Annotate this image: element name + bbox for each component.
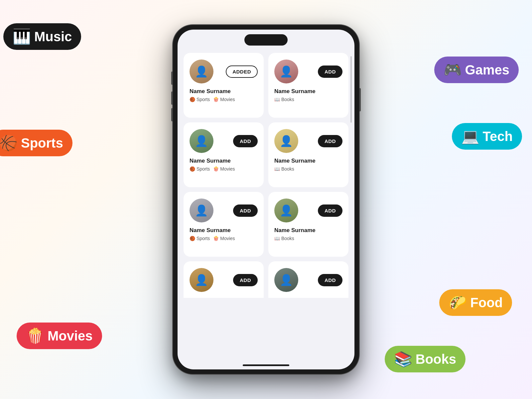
avatar-2-right: 👤 (274, 199, 298, 222)
avatar-1-left: 👤 (190, 129, 213, 153)
scroll-indicator (350, 56, 352, 123)
screen-content: 👤 ADDED Name Surname 🏀 Sports 🍿 Movies (178, 30, 354, 369)
added-button-0-left[interactable]: ADDED (226, 66, 258, 78)
pill-books[interactable]: 📚 Books (385, 346, 466, 372)
user-card-1-left: 👤 ADD Name Surname 🏀 Sports 🍿 Movies (184, 122, 264, 187)
pill-games[interactable]: 🎮 Games (434, 57, 519, 83)
card-name-2-left: Name Surname (190, 227, 231, 234)
avatar-0-right: 👤 (274, 60, 298, 83)
sports-icon: 🏀 (0, 134, 18, 152)
card-interests-1-right: 📖 Books (274, 166, 294, 172)
card-top-0-right: 👤 ADD (274, 60, 342, 83)
avatar-3-left: 👤 (190, 268, 213, 292)
card-top-3-left: 👤 ADD (190, 268, 258, 292)
card-top-0-left: 👤 ADDED (190, 60, 258, 83)
avatar-1-right: 👤 (274, 129, 298, 153)
card-name-2-right: Name Surname (274, 227, 316, 234)
card-top-1-left: 👤 ADD (190, 129, 258, 153)
interest-sports-1-left: 🏀 Sports (190, 166, 210, 172)
user-card-0-right: 👤 ADD Name Surname 📖 Books (268, 53, 348, 118)
card-top-3-right: 👤 ADD (274, 268, 342, 292)
phone-frame: 👤 ADDED Name Surname 🏀 Sports 🍿 Movies (173, 25, 359, 374)
card-name-0-right: Name Surname (274, 88, 316, 95)
phone-bezel: 👤 ADDED Name Surname 🏀 Sports 🍿 Movies (173, 25, 359, 374)
card-top-2-left: 👤 ADD (190, 199, 258, 222)
pill-food[interactable]: 🌮 Food (439, 289, 512, 316)
home-bar (243, 364, 289, 366)
pill-tech-label: Tech (483, 129, 513, 144)
pill-books-label: Books (416, 352, 456, 367)
interest-sports-0-left: 🏀 Sports (190, 97, 210, 102)
movies-icon: 🍿 (26, 327, 44, 344)
books-icon: 📚 (394, 350, 412, 368)
food-icon: 🌮 (449, 294, 467, 311)
pill-movies[interactable]: 🍿 Movies (17, 323, 102, 349)
games-icon: 🎮 (444, 61, 462, 78)
add-button-2-right[interactable]: ADD (318, 204, 342, 217)
interest-movies-0-left: 🍿 Movies (213, 97, 235, 102)
pill-food-label: Food (470, 295, 503, 310)
card-interests-2-left: 🏀 Sports 🍿 Movies (190, 236, 235, 241)
interest-movies-2-left: 🍿 Movies (213, 236, 235, 241)
card-interests-0-left: 🏀 Sports 🍿 Movies (190, 97, 235, 102)
pill-music[interactable]: 🎹 Music (3, 23, 81, 50)
interest-books-1-right: 📖 Books (274, 166, 294, 172)
pill-movies-label: Movies (48, 329, 93, 343)
interest-books-0-right: 📖 Books (274, 97, 294, 102)
interest-movies-1-left: 🍿 Movies (213, 166, 235, 172)
card-top-1-right: 👤 ADD (274, 129, 342, 153)
card-row-2: 👤 ADD Name Surname 🏀 Sports 🍿 Movies (184, 192, 348, 257)
add-button-1-left[interactable]: ADD (233, 135, 258, 147)
user-card-0-left: 👤 ADDED Name Surname 🏀 Sports 🍿 Movies (184, 53, 264, 118)
pill-sports[interactable]: 🏀 Sports (0, 130, 72, 156)
pill-games-label: Games (465, 63, 509, 77)
add-button-1-right[interactable]: ADD (318, 135, 342, 147)
avatar-3-right: 👤 (274, 268, 298, 292)
phone-screen: 👤 ADDED Name Surname 🏀 Sports 🍿 Movies (178, 30, 354, 369)
pill-tech[interactable]: 💻 Tech (452, 123, 522, 150)
interest-books-2-right: 📖 Books (274, 236, 294, 241)
music-icon: 🎹 (13, 28, 31, 45)
card-row-0: 👤 ADDED Name Surname 🏀 Sports 🍿 Movies (184, 53, 348, 118)
user-card-2-left: 👤 ADD Name Surname 🏀 Sports 🍿 Movies (184, 192, 264, 257)
add-button-3-left[interactable]: ADD (233, 274, 258, 286)
add-button-3-right[interactable]: ADD (318, 274, 342, 286)
card-interests-2-right: 📖 Books (274, 236, 294, 241)
card-name-1-right: Name Surname (274, 158, 316, 164)
card-interests-1-left: 🏀 Sports 🍿 Movies (190, 166, 235, 172)
user-card-3-left: 👤 ADD (184, 261, 264, 298)
card-name-0-left: Name Surname (190, 88, 231, 95)
dynamic-island (244, 34, 288, 46)
interest-sports-2-left: 🏀 Sports (190, 236, 210, 241)
avatar-0-left: 👤 (190, 60, 213, 83)
tech-icon: 💻 (461, 128, 479, 145)
user-card-1-right: 👤 ADD Name Surname 📖 Books (268, 122, 348, 187)
card-row-1: 👤 ADD Name Surname 🏀 Sports 🍿 Movies (184, 122, 348, 187)
pill-music-label: Music (34, 29, 72, 44)
user-card-2-right: 👤 ADD Name Surname 📖 Books (268, 192, 348, 257)
add-button-2-left[interactable]: ADD (233, 204, 258, 217)
avatar-2-left: 👤 (190, 199, 213, 222)
card-interests-0-right: 📖 Books (274, 97, 294, 102)
pill-sports-label: Sports (21, 136, 63, 151)
user-card-3-right: 👤 ADD (268, 261, 348, 298)
card-top-2-right: 👤 ADD (274, 199, 342, 222)
add-button-0-right[interactable]: ADD (318, 66, 342, 78)
card-name-1-left: Name Surname (190, 158, 231, 164)
card-row-3: 👤 ADD 👤 ADD (184, 261, 348, 298)
